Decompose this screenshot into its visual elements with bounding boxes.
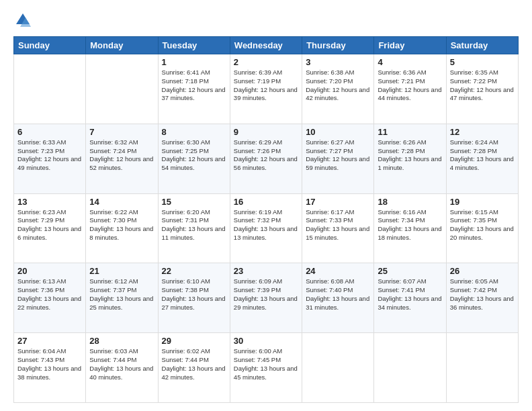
day-info: Sunrise: 6:16 AMSunset: 7:34 PMDaylight:… [378,208,442,242]
week-row-5: 27Sunrise: 6:04 AMSunset: 7:43 PMDayligh… [14,333,519,403]
day-number: 11 [378,127,442,137]
day-number: 4 [378,57,442,67]
day-number: 30 [234,336,298,346]
day-number: 5 [450,57,515,67]
day-info: Sunrise: 6:19 AMSunset: 7:32 PMDaylight:… [234,208,298,242]
day-cell: 27Sunrise: 6:04 AMSunset: 7:43 PMDayligh… [14,333,86,403]
day-number: 20 [17,266,82,276]
day-cell: 22Sunrise: 6:10 AMSunset: 7:38 PMDayligh… [158,263,230,333]
day-number: 28 [89,336,154,346]
weekday-header-row: SundayMondayTuesdayWednesdayThursdayFrid… [14,37,519,54]
weekday-header-monday: Monday [86,37,158,54]
day-number: 6 [17,127,82,137]
day-info: Sunrise: 6:03 AMSunset: 7:44 PMDaylight:… [89,347,154,381]
day-number: 18 [378,197,442,207]
day-cell: 20Sunrise: 6:13 AMSunset: 7:36 PMDayligh… [14,263,86,333]
day-info: Sunrise: 6:24 AMSunset: 7:28 PMDaylight:… [450,138,515,173]
logo [13,11,35,30]
day-info: Sunrise: 6:29 AMSunset: 7:26 PMDaylight:… [234,138,298,173]
day-number: 3 [306,57,370,67]
day-info: Sunrise: 6:07 AMSunset: 7:41 PMDaylight:… [378,277,442,312]
day-info: Sunrise: 6:17 AMSunset: 7:33 PMDaylight:… [306,208,370,242]
day-cell: 16Sunrise: 6:19 AMSunset: 7:32 PMDayligh… [230,193,302,263]
day-cell: 10Sunrise: 6:27 AMSunset: 7:27 PMDayligh… [302,124,374,193]
day-number: 2 [234,57,298,67]
day-number: 8 [162,127,226,137]
day-info: Sunrise: 6:41 AMSunset: 7:18 PMDaylight:… [162,68,226,103]
day-info: Sunrise: 6:05 AMSunset: 7:42 PMDaylight:… [450,277,515,312]
calendar-table: SundayMondayTuesdayWednesdayThursdayFrid… [13,36,519,403]
week-row-4: 20Sunrise: 6:13 AMSunset: 7:36 PMDayligh… [14,263,519,333]
day-info: Sunrise: 6:13 AMSunset: 7:36 PMDaylight:… [17,277,82,312]
day-info: Sunrise: 6:27 AMSunset: 7:27 PMDaylight:… [306,138,370,173]
day-cell: 11Sunrise: 6:26 AMSunset: 7:28 PMDayligh… [374,124,446,193]
day-number: 27 [17,336,82,346]
day-cell: 30Sunrise: 6:00 AMSunset: 7:45 PMDayligh… [230,333,302,403]
day-number: 16 [234,197,298,207]
day-cell: 17Sunrise: 6:17 AMSunset: 7:33 PMDayligh… [302,193,374,263]
day-cell: 4Sunrise: 6:36 AMSunset: 7:21 PMDaylight… [374,54,446,124]
day-number: 14 [89,197,154,207]
day-cell: 8Sunrise: 6:30 AMSunset: 7:25 PMDaylight… [158,124,230,193]
day-info: Sunrise: 6:09 AMSunset: 7:39 PMDaylight:… [234,277,298,312]
day-info: Sunrise: 6:32 AMSunset: 7:24 PMDaylight:… [89,138,154,173]
week-row-2: 6Sunrise: 6:33 AMSunset: 7:23 PMDaylight… [14,124,519,193]
day-info: Sunrise: 6:15 AMSunset: 7:35 PMDaylight:… [450,208,515,242]
day-info: Sunrise: 6:02 AMSunset: 7:44 PMDaylight:… [162,347,226,381]
day-info: Sunrise: 6:04 AMSunset: 7:43 PMDaylight:… [17,347,82,381]
day-cell: 21Sunrise: 6:12 AMSunset: 7:37 PMDayligh… [86,263,158,333]
day-number: 22 [162,266,226,276]
weekday-header-friday: Friday [374,37,446,54]
day-cell [86,54,158,124]
day-info: Sunrise: 6:20 AMSunset: 7:31 PMDaylight:… [162,208,226,242]
day-cell: 12Sunrise: 6:24 AMSunset: 7:28 PMDayligh… [446,124,518,193]
day-cell: 14Sunrise: 6:22 AMSunset: 7:30 PMDayligh… [86,193,158,263]
day-number: 29 [162,336,226,346]
day-cell: 18Sunrise: 6:16 AMSunset: 7:34 PMDayligh… [374,193,446,263]
day-number: 17 [306,197,370,207]
day-info: Sunrise: 6:22 AMSunset: 7:30 PMDaylight:… [89,208,154,242]
day-cell [302,333,374,403]
day-number: 23 [234,266,298,276]
day-number: 9 [234,127,298,137]
day-info: Sunrise: 6:08 AMSunset: 7:40 PMDaylight:… [306,277,370,312]
day-cell: 24Sunrise: 6:08 AMSunset: 7:40 PMDayligh… [302,263,374,333]
day-cell: 5Sunrise: 6:35 AMSunset: 7:22 PMDaylight… [446,54,518,124]
header [13,11,519,30]
week-row-1: 1Sunrise: 6:41 AMSunset: 7:18 PMDaylight… [14,54,519,124]
day-cell [374,333,446,403]
weekday-header-wednesday: Wednesday [230,37,302,54]
weekday-header-sunday: Sunday [14,37,86,54]
day-cell: 15Sunrise: 6:20 AMSunset: 7:31 PMDayligh… [158,193,230,263]
week-row-3: 13Sunrise: 6:23 AMSunset: 7:29 PMDayligh… [14,193,519,263]
day-number: 19 [450,197,515,207]
day-number: 10 [306,127,370,137]
day-info: Sunrise: 6:39 AMSunset: 7:19 PMDaylight:… [234,68,298,103]
weekday-header-thursday: Thursday [302,37,374,54]
day-cell [446,333,518,403]
day-number: 15 [162,197,226,207]
logo-icon [13,11,32,30]
day-info: Sunrise: 6:36 AMSunset: 7:21 PMDaylight:… [378,68,442,103]
day-info: Sunrise: 6:23 AMSunset: 7:29 PMDaylight:… [17,208,82,242]
day-cell: 25Sunrise: 6:07 AMSunset: 7:41 PMDayligh… [374,263,446,333]
day-number: 13 [17,197,82,207]
page: SundayMondayTuesdayWednesdayThursdayFrid… [0,0,532,411]
day-info: Sunrise: 6:30 AMSunset: 7:25 PMDaylight:… [162,138,226,173]
day-number: 7 [89,127,154,137]
day-number: 1 [162,57,226,67]
day-cell: 7Sunrise: 6:32 AMSunset: 7:24 PMDaylight… [86,124,158,193]
day-info: Sunrise: 6:38 AMSunset: 7:20 PMDaylight:… [306,68,370,103]
day-info: Sunrise: 6:33 AMSunset: 7:23 PMDaylight:… [17,138,82,173]
day-number: 24 [306,266,370,276]
day-cell: 6Sunrise: 6:33 AMSunset: 7:23 PMDaylight… [14,124,86,193]
day-info: Sunrise: 6:12 AMSunset: 7:37 PMDaylight:… [89,277,154,312]
day-cell [14,54,86,124]
day-number: 21 [89,266,154,276]
day-cell: 23Sunrise: 6:09 AMSunset: 7:39 PMDayligh… [230,263,302,333]
day-info: Sunrise: 6:35 AMSunset: 7:22 PMDaylight:… [450,68,515,103]
day-cell: 28Sunrise: 6:03 AMSunset: 7:44 PMDayligh… [86,333,158,403]
day-cell: 1Sunrise: 6:41 AMSunset: 7:18 PMDaylight… [158,54,230,124]
day-cell: 19Sunrise: 6:15 AMSunset: 7:35 PMDayligh… [446,193,518,263]
weekday-header-saturday: Saturday [446,37,518,54]
